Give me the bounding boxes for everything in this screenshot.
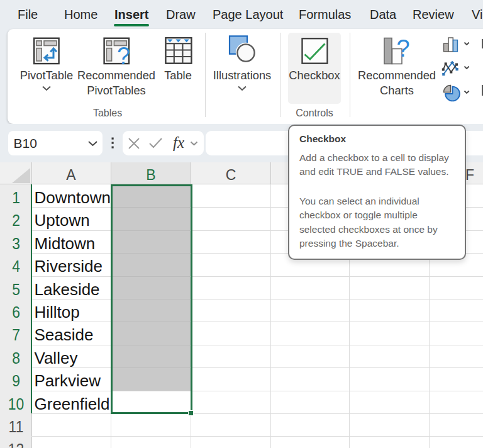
svg-text:?: ? xyxy=(117,43,130,69)
svg-text:?: ? xyxy=(396,35,409,62)
svg-text:fx: fx xyxy=(173,134,184,151)
